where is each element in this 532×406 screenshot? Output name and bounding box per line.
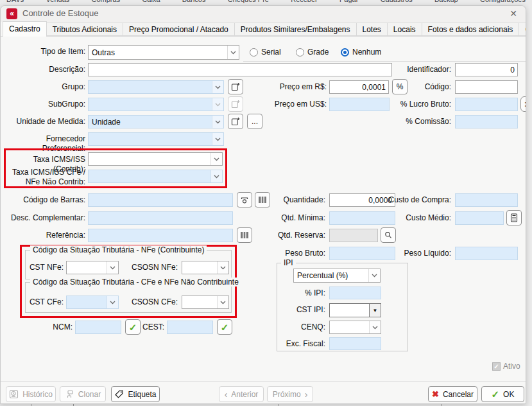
ellipsis-button[interactable]: ... bbox=[247, 114, 262, 129]
ellipsis-icon: ... bbox=[252, 117, 258, 126]
controle-de-estoque-dialog: « Controle de Estoque ✕ Cadastro Tributo… bbox=[0, 5, 526, 404]
tab-tributos-adicionais[interactable]: Tributos Adicionais bbox=[47, 22, 123, 36]
custo-medio-label: Custo Médio: bbox=[369, 213, 451, 223]
ipi-cst-combo[interactable]: ▼ bbox=[329, 303, 381, 317]
radio-nenhum-label: Nenhum bbox=[352, 48, 381, 57]
menu-item[interactable]: Cheques Pré bbox=[228, 0, 269, 4]
desc-complementar-input[interactable] bbox=[88, 211, 233, 225]
unidade-medida-combo[interactable]: Unidade bbox=[88, 115, 224, 128]
radio-nenhum[interactable]: Nenhum bbox=[341, 48, 381, 57]
tab-fotos[interactable]: Fotos e dados adicionais bbox=[422, 22, 520, 36]
menu-item[interactable]: Caixa bbox=[142, 0, 160, 4]
more-button[interactable]: : bbox=[520, 96, 526, 112]
clonar-button[interactable]: Clonar bbox=[60, 386, 106, 402]
radio-grade[interactable]: Grade bbox=[296, 48, 329, 57]
taxa-nao-contrib-combo[interactable] bbox=[88, 170, 223, 183]
codigo-barras-input[interactable] bbox=[88, 193, 233, 207]
search-button[interactable] bbox=[381, 227, 396, 243]
cst-nfe-combo[interactable] bbox=[66, 261, 119, 274]
fornecedor-combo[interactable] bbox=[88, 132, 224, 146]
menu-item[interactable]: Pagar bbox=[339, 0, 358, 4]
cest-validate-button[interactable]: ✓ bbox=[217, 319, 232, 335]
menu-item[interactable]: DAVs bbox=[6, 0, 24, 4]
menu-item[interactable]: Backup bbox=[434, 0, 458, 4]
ncm-validate-button[interactable]: ✓ bbox=[125, 319, 141, 335]
title-bar[interactable]: « Controle de Estoque ✕ bbox=[1, 6, 526, 22]
radio-circle-icon bbox=[250, 48, 258, 57]
ncm-input[interactable] bbox=[75, 321, 121, 334]
calculator-button[interactable] bbox=[506, 210, 522, 225]
ipi-pct-input[interactable] bbox=[329, 287, 381, 299]
cst-cfe-combo[interactable] bbox=[66, 296, 119, 309]
grupo-label: Grupo: bbox=[2, 82, 85, 92]
subgrupo-combo[interactable] bbox=[88, 98, 224, 111]
custo-medio-input[interactable] bbox=[455, 211, 504, 225]
custo-compra-input[interactable] bbox=[455, 193, 518, 207]
menu-item[interactable]: Vendas bbox=[46, 0, 70, 4]
radio-selected-icon bbox=[341, 48, 349, 57]
calculator-icon bbox=[510, 213, 518, 222]
csosn-nfe-combo[interactable] bbox=[182, 261, 229, 274]
tab-lotes[interactable]: Lotes bbox=[357, 22, 388, 36]
comissao-input[interactable] bbox=[455, 115, 518, 128]
descricao-input[interactable] bbox=[88, 63, 392, 76]
identificador-input[interactable] bbox=[455, 63, 518, 76]
referencia-input[interactable] bbox=[88, 229, 233, 242]
menu-item[interactable]: Compras bbox=[92, 0, 121, 4]
tab-cadastro[interactable]: Cadastro bbox=[3, 21, 47, 37]
radio-serial-label: Serial bbox=[261, 48, 281, 57]
etiqueta-button[interactable]: Etiqueta bbox=[111, 386, 160, 402]
ok-button[interactable]: ✓ OK bbox=[481, 386, 524, 402]
qtd-reserva-label: Qtd. Reserva: bbox=[245, 231, 325, 240]
proximo-button[interactable]: Próximo › bbox=[267, 386, 313, 402]
codigo-barras-label: Código de Barras: bbox=[2, 195, 85, 205]
taxa-contrib-combo[interactable] bbox=[88, 152, 223, 166]
tab-locais[interactable]: Locais bbox=[388, 22, 422, 36]
ipi-tipo-combo[interactable]: Percentual (%) bbox=[293, 269, 381, 283]
desc-complementar-label: Desc. Complementar: bbox=[2, 213, 85, 223]
clonar-label: Clonar bbox=[78, 390, 101, 399]
preco-rs-label: Preço em R$: bbox=[245, 82, 327, 92]
add-subgrupo-button[interactable] bbox=[228, 96, 243, 112]
peso-liquido-input[interactable] bbox=[455, 247, 518, 260]
ativo-checkbox[interactable]: ✓ bbox=[492, 362, 501, 371]
historico-button[interactable]: Histórico bbox=[6, 386, 56, 402]
taxa-nao-contrib-label: Taxa ICMS/ISS CFe / NFe Não Contrib: bbox=[2, 168, 85, 187]
tipo-de-item-combo[interactable]: Outras bbox=[88, 45, 239, 60]
chevron-down-icon bbox=[368, 269, 380, 282]
check-icon: ✓ bbox=[221, 322, 229, 332]
tab-controles-especificos[interactable]: Controles específicos bbox=[519, 22, 526, 36]
add-unidade-button[interactable] bbox=[228, 114, 243, 129]
menu-item[interactable]: Bancos bbox=[182, 0, 206, 4]
cancelar-button[interactable]: ✖ Cancelar bbox=[428, 386, 477, 402]
ncm-label: NCM: bbox=[26, 322, 73, 332]
referencia-label: Referência: bbox=[2, 231, 85, 240]
close-icon[interactable]: ✕ bbox=[508, 8, 519, 19]
chevron-down-icon bbox=[107, 296, 118, 308]
add-grupo-button[interactable] bbox=[228, 79, 243, 94]
lucro-bruto-input[interactable] bbox=[455, 98, 518, 111]
footer-divider bbox=[1, 381, 526, 382]
ativo-label: Ativo bbox=[503, 362, 520, 371]
menu-item[interactable]: Configurações bbox=[480, 0, 526, 4]
combo-arrow-icon: ▼ bbox=[369, 304, 381, 317]
csosn-nfe-label: CSOSN NFe: bbox=[129, 263, 178, 272]
tab-produtos-similares[interactable]: Produtos Similares/Embalagens bbox=[235, 22, 357, 36]
tab-preco-promocional[interactable]: Preço Promocional / Atacado bbox=[123, 22, 235, 36]
menu-item[interactable]: Receber bbox=[291, 0, 318, 4]
menu-item[interactable]: Cadastros bbox=[381, 0, 413, 4]
ipi-cenq-combo[interactable] bbox=[329, 321, 381, 334]
historico-label: Histórico bbox=[22, 390, 53, 399]
qtd-reserva-input bbox=[329, 229, 378, 242]
cest-input[interactable] bbox=[167, 321, 213, 334]
ipi-exc-input[interactable] bbox=[329, 337, 381, 350]
radio-serial[interactable]: Serial bbox=[250, 48, 281, 57]
csosn-cfe-combo[interactable] bbox=[182, 296, 229, 309]
codigo-input[interactable] bbox=[455, 80, 518, 94]
unidade-medida-value: Unidade bbox=[92, 118, 121, 127]
grupo-combo[interactable] bbox=[88, 80, 224, 94]
background-strip bbox=[526, 5, 532, 406]
descricao-label: Descrição: bbox=[2, 65, 85, 75]
anterior-button[interactable]: ‹ Anterior bbox=[219, 386, 264, 402]
ipi-group-legend: IPI bbox=[281, 258, 296, 267]
